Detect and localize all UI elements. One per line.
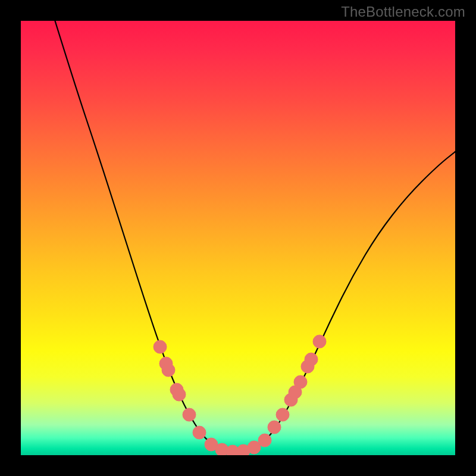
- data-marker: [173, 388, 186, 401]
- data-marker: [294, 375, 307, 389]
- watermark-text: TheBottleneck.com: [341, 4, 465, 20]
- plot-area: [21, 21, 455, 455]
- chart-frame: TheBottleneck.com: [0, 0, 476, 476]
- data-marker: [154, 340, 167, 353]
- data-marker: [183, 408, 196, 421]
- bottleneck-curve: [54, 21, 455, 452]
- marker-group: [154, 335, 326, 455]
- curve-layer: [21, 21, 455, 455]
- data-marker: [258, 434, 271, 447]
- data-marker: [268, 421, 281, 434]
- data-marker: [276, 408, 289, 421]
- data-marker: [313, 335, 326, 348]
- data-marker: [162, 364, 175, 377]
- data-marker: [193, 426, 206, 439]
- data-marker: [305, 353, 318, 366]
